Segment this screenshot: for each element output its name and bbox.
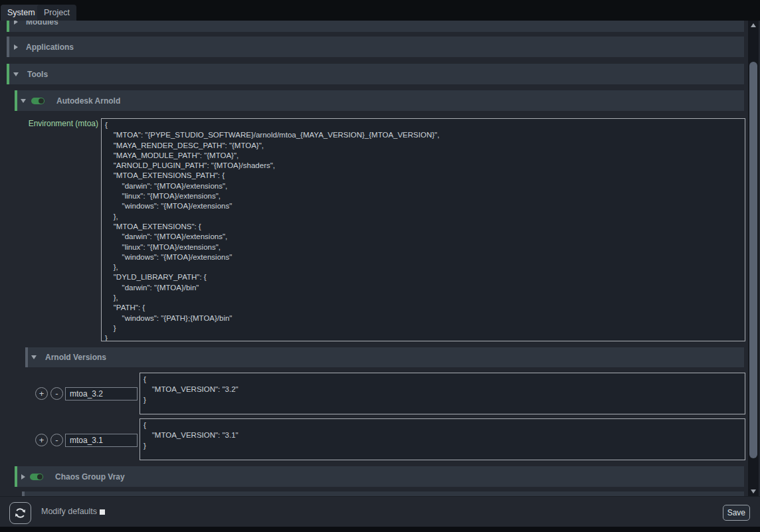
chevron-right-icon — [14, 21, 18, 25]
remove-version-button[interactable]: - — [50, 434, 63, 446]
section-label-tools: Tools — [27, 70, 48, 79]
settings-window: System Project Modules Applications Tool… — [0, 0, 760, 532]
section-header-clipped[interactable] — [22, 491, 744, 496]
chevron-right-icon — [14, 44, 18, 50]
tab-bar: System Project — [0, 0, 760, 21]
arnold-enabled-toggle[interactable] — [31, 98, 45, 104]
chevron-down-icon — [13, 72, 19, 76]
scroll-down-icon[interactable] — [751, 489, 756, 493]
section-header-chaos-group-vray[interactable]: Chaos Group Vray — [15, 466, 744, 487]
chevron-right-icon — [21, 474, 25, 480]
version-value-textarea[interactable]: { "MTOA_VERSION": "3.2" } — [140, 373, 745, 414]
environment-mtoa-label: Environment (mtoa) — [13, 119, 98, 128]
section-label-arnold-versions: Arnold Versions — [45, 353, 106, 362]
scrollbar-thumb[interactable] — [749, 62, 757, 458]
section-header-tools[interactable]: Tools — [7, 64, 744, 84]
vertical-scrollbar[interactable] — [748, 21, 759, 496]
section-header-autodesk-arnold[interactable]: Autodesk Arnold — [15, 90, 744, 111]
environment-mtoa-textarea[interactable]: { "MTOA": "{PYPE_STUDIO_SOFTWARE}/arnold… — [101, 118, 745, 341]
chevron-down-icon — [21, 99, 26, 103]
save-button[interactable]: Save — [723, 505, 750, 521]
modify-defaults-label: Modify defaults — [41, 507, 97, 516]
window-bottom-edge — [0, 527, 760, 532]
modify-defaults-checkbox[interactable] — [100, 509, 105, 515]
scroll-up-icon[interactable] — [751, 23, 756, 27]
version-name-input[interactable] — [65, 387, 138, 400]
section-header-applications[interactable]: Applications — [7, 37, 744, 57]
version-name-input[interactable] — [65, 434, 138, 447]
section-label-chaos-group-vray: Chaos Group Vray — [55, 472, 125, 482]
section-label-modules: Modules — [26, 21, 58, 27]
toggle-knob — [39, 98, 44, 104]
section-label-applications: Applications — [26, 43, 74, 52]
refresh-button[interactable] — [9, 502, 31, 524]
tab-project[interactable]: Project — [37, 5, 76, 21]
vray-enabled-toggle[interactable] — [30, 474, 43, 480]
chevron-down-icon — [31, 355, 37, 359]
section-header-arnold-versions[interactable]: Arnold Versions — [25, 347, 744, 367]
add-version-button[interactable]: + — [35, 434, 48, 446]
version-value-textarea[interactable]: { "MTOA_VERSION": "3.1" } — [140, 418, 745, 460]
add-version-button[interactable]: + — [35, 387, 48, 400]
refresh-icon — [14, 507, 27, 519]
settings-scroll-area: Modules Applications Tools Autodesk Arno… — [0, 21, 760, 496]
remove-version-button[interactable]: - — [50, 387, 63, 400]
tab-system[interactable]: System — [1, 5, 42, 21]
section-header-modules[interactable]: Modules — [7, 21, 744, 32]
toggle-knob — [37, 474, 43, 480]
footer-bar: Modify defaults Save — [0, 496, 760, 527]
section-label-autodesk-arnold: Autodesk Arnold — [56, 96, 120, 106]
